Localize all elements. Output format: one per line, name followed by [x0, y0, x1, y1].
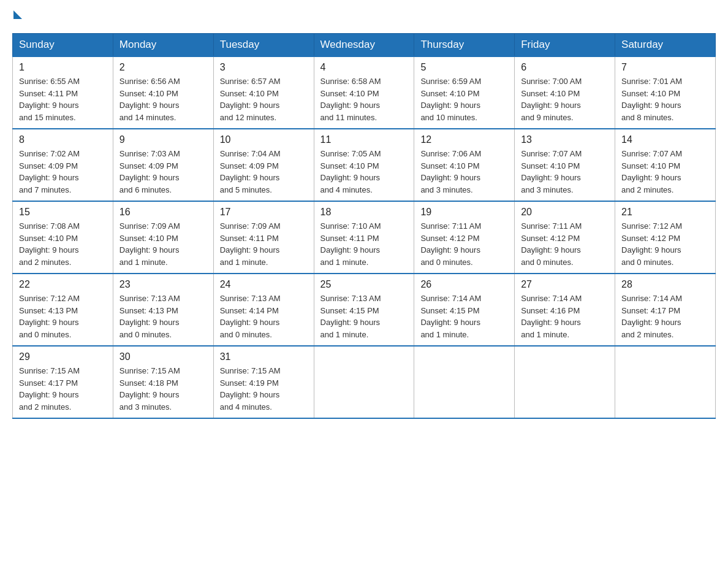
col-header-saturday: Saturday — [615, 34, 716, 57]
day-number: 10 — [220, 134, 308, 145]
calendar-cell: 27 Sunrise: 7:14 AMSunset: 4:16 PMDaylig… — [515, 274, 615, 346]
day-number: 17 — [220, 207, 308, 218]
day-number: 28 — [621, 279, 709, 290]
calendar-week-row: 22 Sunrise: 7:12 AMSunset: 4:13 PMDaylig… — [13, 274, 716, 346]
calendar-cell: 31 Sunrise: 7:15 AMSunset: 4:19 PMDaylig… — [213, 346, 314, 418]
day-number: 18 — [320, 207, 408, 218]
col-header-tuesday: Tuesday — [213, 34, 314, 57]
day-number: 16 — [119, 207, 207, 218]
calendar-cell: 12 Sunrise: 7:06 AMSunset: 4:10 PMDaylig… — [414, 129, 515, 201]
day-number: 20 — [521, 207, 609, 218]
day-number: 4 — [320, 62, 408, 73]
calendar-cell: 10 Sunrise: 7:04 AMSunset: 4:09 PMDaylig… — [213, 129, 314, 201]
day-info: Sunrise: 7:02 AMSunset: 4:09 PMDaylight:… — [19, 148, 107, 196]
calendar-week-row: 29 Sunrise: 7:15 AMSunset: 4:17 PMDaylig… — [13, 346, 716, 418]
day-info: Sunrise: 7:09 AMSunset: 4:11 PMDaylight:… — [220, 220, 308, 268]
logo — [12, 12, 22, 21]
day-number: 13 — [521, 134, 609, 145]
day-info: Sunrise: 7:07 AMSunset: 4:10 PMDaylight:… — [621, 148, 709, 196]
day-number: 5 — [420, 62, 508, 73]
day-info: Sunrise: 6:58 AMSunset: 4:10 PMDaylight:… — [320, 75, 408, 123]
day-info: Sunrise: 7:15 AMSunset: 4:19 PMDaylight:… — [220, 365, 308, 413]
day-info: Sunrise: 7:15 AMSunset: 4:18 PMDaylight:… — [119, 365, 207, 413]
calendar-cell: 8 Sunrise: 7:02 AMSunset: 4:09 PMDayligh… — [13, 129, 113, 201]
day-info: Sunrise: 7:11 AMSunset: 4:12 PMDaylight:… — [521, 220, 609, 268]
calendar-cell: 26 Sunrise: 7:14 AMSunset: 4:15 PMDaylig… — [414, 274, 515, 346]
day-info: Sunrise: 7:08 AMSunset: 4:10 PMDaylight:… — [19, 220, 107, 268]
day-info: Sunrise: 7:14 AMSunset: 4:17 PMDaylight:… — [621, 293, 709, 340]
day-info: Sunrise: 7:06 AMSunset: 4:10 PMDaylight:… — [420, 148, 508, 196]
day-number: 7 — [621, 62, 709, 73]
calendar-cell — [314, 346, 414, 418]
day-number: 15 — [19, 207, 107, 218]
day-number: 6 — [521, 62, 609, 73]
calendar-cell — [615, 346, 716, 418]
day-info: Sunrise: 6:59 AMSunset: 4:10 PMDaylight:… — [420, 75, 508, 123]
day-number: 30 — [119, 351, 207, 362]
day-number: 3 — [220, 62, 308, 73]
col-header-friday: Friday — [515, 34, 615, 57]
day-info: Sunrise: 7:13 AMSunset: 4:13 PMDaylight:… — [119, 293, 207, 340]
calendar-cell — [515, 346, 615, 418]
day-info: Sunrise: 7:14 AMSunset: 4:16 PMDaylight:… — [521, 293, 609, 340]
logo-triangle-icon — [13, 10, 22, 19]
calendar-cell: 7 Sunrise: 7:01 AMSunset: 4:10 PMDayligh… — [615, 56, 716, 129]
day-number: 31 — [220, 351, 308, 362]
page-header — [12, 12, 716, 21]
day-number: 12 — [420, 134, 508, 145]
calendar-cell: 13 Sunrise: 7:07 AMSunset: 4:10 PMDaylig… — [515, 129, 615, 201]
day-info: Sunrise: 7:10 AMSunset: 4:11 PMDaylight:… — [320, 220, 408, 268]
calendar-cell: 28 Sunrise: 7:14 AMSunset: 4:17 PMDaylig… — [615, 274, 716, 346]
day-number: 22 — [19, 279, 107, 290]
day-number: 8 — [19, 134, 107, 145]
day-info: Sunrise: 7:01 AMSunset: 4:10 PMDaylight:… — [621, 75, 709, 123]
calendar-cell: 25 Sunrise: 7:13 AMSunset: 4:15 PMDaylig… — [314, 274, 414, 346]
calendar-cell: 16 Sunrise: 7:09 AMSunset: 4:10 PMDaylig… — [113, 201, 213, 274]
day-info: Sunrise: 6:55 AMSunset: 4:11 PMDaylight:… — [19, 75, 107, 123]
day-info: Sunrise: 7:11 AMSunset: 4:12 PMDaylight:… — [420, 220, 508, 268]
day-number: 23 — [119, 279, 207, 290]
day-number: 25 — [320, 279, 408, 290]
calendar-cell: 6 Sunrise: 7:00 AMSunset: 4:10 PMDayligh… — [515, 56, 615, 129]
day-number: 19 — [420, 207, 508, 218]
calendar-cell: 29 Sunrise: 7:15 AMSunset: 4:17 PMDaylig… — [13, 346, 113, 418]
calendar-cell: 9 Sunrise: 7:03 AMSunset: 4:09 PMDayligh… — [113, 129, 213, 201]
day-info: Sunrise: 7:07 AMSunset: 4:10 PMDaylight:… — [521, 148, 609, 196]
calendar-week-row: 1 Sunrise: 6:55 AMSunset: 4:11 PMDayligh… — [13, 56, 716, 129]
calendar-table: SundayMondayTuesdayWednesdayThursdayFrid… — [12, 33, 716, 419]
calendar-week-row: 15 Sunrise: 7:08 AMSunset: 4:10 PMDaylig… — [13, 201, 716, 274]
calendar-cell: 22 Sunrise: 7:12 AMSunset: 4:13 PMDaylig… — [13, 274, 113, 346]
day-info: Sunrise: 6:57 AMSunset: 4:10 PMDaylight:… — [220, 75, 308, 123]
calendar-cell: 19 Sunrise: 7:11 AMSunset: 4:12 PMDaylig… — [414, 201, 515, 274]
day-number: 2 — [119, 62, 207, 73]
calendar-cell: 2 Sunrise: 6:56 AMSunset: 4:10 PMDayligh… — [113, 56, 213, 129]
calendar-cell: 18 Sunrise: 7:10 AMSunset: 4:11 PMDaylig… — [314, 201, 414, 274]
calendar-cell: 23 Sunrise: 7:13 AMSunset: 4:13 PMDaylig… — [113, 274, 213, 346]
day-info: Sunrise: 7:14 AMSunset: 4:15 PMDaylight:… — [420, 293, 508, 340]
day-number: 21 — [621, 207, 709, 218]
day-number: 29 — [19, 351, 107, 362]
calendar-cell: 3 Sunrise: 6:57 AMSunset: 4:10 PMDayligh… — [213, 56, 314, 129]
day-info: Sunrise: 7:12 AMSunset: 4:12 PMDaylight:… — [621, 220, 709, 268]
day-info: Sunrise: 7:15 AMSunset: 4:17 PMDaylight:… — [19, 365, 107, 413]
calendar-header-row: SundayMondayTuesdayWednesdayThursdayFrid… — [13, 34, 716, 57]
calendar-cell: 5 Sunrise: 6:59 AMSunset: 4:10 PMDayligh… — [414, 56, 515, 129]
calendar-cell: 4 Sunrise: 6:58 AMSunset: 4:10 PMDayligh… — [314, 56, 414, 129]
day-info: Sunrise: 7:04 AMSunset: 4:09 PMDaylight:… — [220, 148, 308, 196]
calendar-cell: 24 Sunrise: 7:13 AMSunset: 4:14 PMDaylig… — [213, 274, 314, 346]
day-number: 9 — [119, 134, 207, 145]
day-info: Sunrise: 7:13 AMSunset: 4:15 PMDaylight:… — [320, 293, 408, 340]
day-number: 24 — [220, 279, 308, 290]
calendar-cell: 14 Sunrise: 7:07 AMSunset: 4:10 PMDaylig… — [615, 129, 716, 201]
day-info: Sunrise: 7:12 AMSunset: 4:13 PMDaylight:… — [19, 293, 107, 340]
day-number: 27 — [521, 279, 609, 290]
day-info: Sunrise: 7:09 AMSunset: 4:10 PMDaylight:… — [119, 220, 207, 268]
col-header-thursday: Thursday — [414, 34, 515, 57]
col-header-sunday: Sunday — [13, 34, 113, 57]
day-info: Sunrise: 7:00 AMSunset: 4:10 PMDaylight:… — [521, 75, 609, 123]
day-number: 1 — [19, 62, 107, 73]
day-info: Sunrise: 7:13 AMSunset: 4:14 PMDaylight:… — [220, 293, 308, 340]
day-info: Sunrise: 7:05 AMSunset: 4:10 PMDaylight:… — [320, 148, 408, 196]
day-info: Sunrise: 6:56 AMSunset: 4:10 PMDaylight:… — [119, 75, 207, 123]
day-info: Sunrise: 7:03 AMSunset: 4:09 PMDaylight:… — [119, 148, 207, 196]
